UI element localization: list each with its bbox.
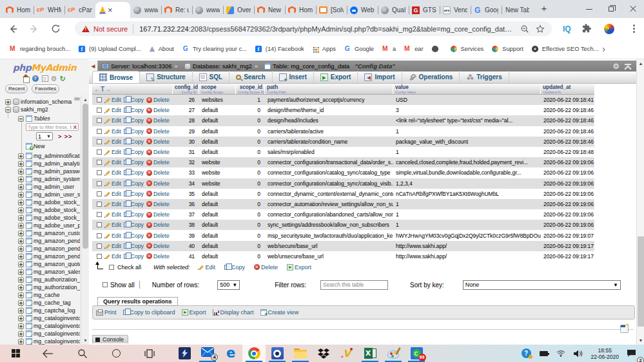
footer-edit[interactable]: Edit xyxy=(198,264,215,271)
expand-icon[interactable] xyxy=(18,277,24,283)
docs-icon[interactable] xyxy=(42,75,48,82)
scroll-up-icon[interactable]: ▲ xyxy=(82,96,89,103)
taskbar-clock[interactable]: 18:55 22-06-2020 xyxy=(591,347,619,360)
footer-export[interactable]: Export xyxy=(287,264,311,271)
edit-link[interactable]: Edit xyxy=(104,243,121,249)
browser-tab[interactable]: cPan × xyxy=(64,2,95,18)
delete-link[interactable]: Delete xyxy=(146,97,170,103)
tree-table-item[interactable]: mg_authorization_role xyxy=(18,276,80,283)
footer-copy[interactable]: Copy xyxy=(224,264,245,271)
expand-icon[interactable] xyxy=(18,285,24,291)
pma-tab[interactable]: Triggers xyxy=(460,71,509,83)
col-updated-at[interactable]: updated_atUpdated At xyxy=(541,84,595,94)
num-rows-select[interactable]: 500▼ xyxy=(217,280,240,290)
tree-table-item[interactable]: mg_cataloginventory_s xyxy=(18,338,80,345)
edit-link[interactable]: Edit xyxy=(104,138,121,145)
copy-link[interactable]: Copy xyxy=(124,201,144,207)
delete-link[interactable]: Delete xyxy=(146,211,170,218)
new-tab-button[interactable]: + xyxy=(536,1,552,17)
delete-link[interactable]: Delete xyxy=(146,138,170,145)
edit-link[interactable]: Edit xyxy=(104,201,121,207)
copy-link[interactable]: Copy xyxy=(124,159,144,166)
check-all-label[interactable]: Check all xyxy=(117,264,141,271)
expand-icon[interactable] xyxy=(18,207,24,213)
edit-link[interactable]: Edit xyxy=(104,191,121,197)
col-config-id[interactable]: config_idConfig ID xyxy=(173,84,199,94)
sort-by-key-select[interactable]: None▼ xyxy=(463,280,621,290)
bookmark-item[interactable]: Try clearing your c... xyxy=(182,45,247,53)
edit-link[interactable]: Edit xyxy=(104,211,121,218)
pma-tab[interactable]: SQL xyxy=(193,71,230,83)
delete-link[interactable]: Delete xyxy=(146,149,170,155)
pma-tab[interactable]: Search xyxy=(229,71,272,83)
cortana-button[interactable] xyxy=(108,346,124,361)
copy-link[interactable]: Copy xyxy=(124,138,144,145)
app-file-explorer[interactable] xyxy=(289,345,312,362)
tree-table-item[interactable]: mg_admin_system_m xyxy=(18,175,80,183)
tree-table-item[interactable]: mg_adobe_stock_crea xyxy=(18,214,80,222)
start-button[interactable] xyxy=(3,346,28,361)
tree-new-table[interactable]: New xyxy=(26,142,80,150)
bookmark-item[interactable]: About xyxy=(149,46,174,52)
console-tab[interactable]: Console xyxy=(92,335,128,343)
app-media-player[interactable] xyxy=(266,345,289,362)
edit-link[interactable]: Edit xyxy=(104,233,121,239)
reload-button[interactable] xyxy=(47,21,64,37)
tree-table-item[interactable]: mg_admin_passwords xyxy=(18,167,80,175)
edit-link[interactable]: Edit xyxy=(104,128,121,135)
home-icon[interactable] xyxy=(23,77,30,83)
expand-icon[interactable] xyxy=(18,215,24,221)
bookmark-item[interactable]: (9) Upload Compl... xyxy=(78,45,141,53)
pma-logo[interactable]: phpMyAdmin xyxy=(0,62,89,73)
new-window-icon[interactable] xyxy=(620,325,629,333)
edit-link[interactable]: Edit xyxy=(104,149,121,155)
app-excel[interactable]: X xyxy=(358,345,382,362)
scroll-down-icon[interactable]: ▼ xyxy=(82,337,89,344)
tray-help-button[interactable]: ? xyxy=(518,346,535,361)
col-path[interactable]: pathConfig Path xyxy=(265,84,393,94)
browser-tab[interactable]: Vend × xyxy=(440,2,471,18)
app-chrome[interactable] xyxy=(242,345,266,362)
tree-table-item[interactable]: mg_authorization_rule xyxy=(18,283,80,291)
col-scope-id[interactable]: scope_idConfig Scope ID xyxy=(236,84,265,94)
edit-link[interactable]: Edit xyxy=(104,180,121,187)
delete-link[interactable]: Delete xyxy=(146,169,170,176)
minimize-button[interactable] xyxy=(578,0,600,18)
address-bar[interactable]: Not secure 167.71.232.224 :2083/cpsess56… xyxy=(75,21,552,36)
tree-table-item[interactable]: mg_admin_analytics_u xyxy=(18,160,80,167)
tree-table-item[interactable]: mg_adminnotification_ xyxy=(18,152,80,160)
browser-tab[interactable]: New Tab × xyxy=(502,2,532,18)
edit-link[interactable]: Edit xyxy=(104,253,121,260)
browser-tab[interactable]: GTS × xyxy=(409,2,440,18)
copy-link[interactable]: Copy xyxy=(124,222,144,228)
edit-link[interactable]: Edit xyxy=(104,107,121,113)
delete-link[interactable]: Delete xyxy=(146,128,170,135)
row-checkbox[interactable] xyxy=(97,202,102,207)
tree-table-item[interactable]: mg_cataloginventory_s xyxy=(18,322,80,330)
show-all-checkbox[interactable] xyxy=(102,282,108,287)
app-dropbox[interactable] xyxy=(312,345,335,362)
tree-filter-input[interactable]: Type to filter these, Enter to s X xyxy=(26,123,79,131)
tree-table-item[interactable]: mg_captcha_log xyxy=(18,307,80,314)
export-link[interactable]: Export xyxy=(182,309,206,316)
print-link[interactable]: Print xyxy=(96,309,117,316)
delete-link[interactable]: Delete xyxy=(146,201,170,207)
app-lightning[interactable] xyxy=(173,345,196,362)
collapse-icon[interactable] xyxy=(5,107,11,113)
check-all-checkbox[interactable] xyxy=(109,265,114,270)
row-checkbox[interactable] xyxy=(97,191,102,196)
tree-table-item[interactable]: mg_amazon_pending_ xyxy=(18,237,80,245)
scroll-thumb[interactable] xyxy=(638,236,644,327)
footer-delete[interactable]: Delete xyxy=(254,264,278,271)
tree-table-item[interactable]: mg_cache xyxy=(18,291,80,299)
bookmark-star-icon[interactable] xyxy=(536,24,545,33)
tree-table-item[interactable]: mg_admin_user_sessi xyxy=(18,191,80,198)
pma-tab[interactable]: Export xyxy=(314,71,358,83)
browser-tab[interactable]: Webs × xyxy=(347,2,378,18)
app-paint[interactable] xyxy=(382,345,405,362)
expand-icon[interactable] xyxy=(18,246,24,252)
expand-icon[interactable] xyxy=(18,292,24,298)
back-button[interactable] xyxy=(5,21,21,37)
expand-icon[interactable] xyxy=(18,300,24,306)
col-value[interactable]: valueConfig Value xyxy=(393,84,541,94)
